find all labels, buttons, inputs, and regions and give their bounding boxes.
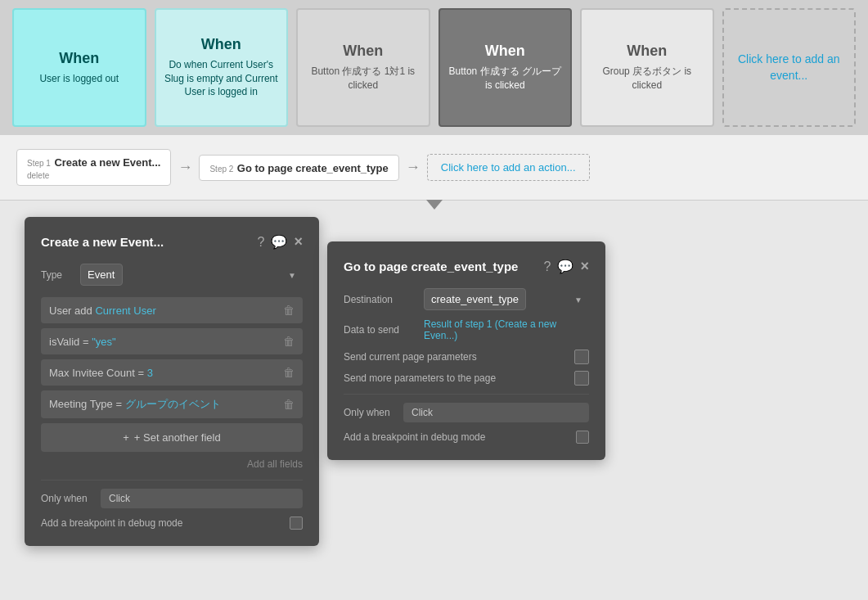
goto-page-panel: Go to page create_event_type ? 💬 × Desti… (327, 241, 605, 460)
step2-title: Go to page create_event_type (237, 162, 389, 174)
field-row-1[interactable]: isValid = "yes" 🗑 (41, 328, 303, 354)
only-when-label: Only when (41, 493, 94, 504)
send-current-page-row: Send current page parameters (344, 350, 589, 364)
event-card-4-title: When (485, 43, 525, 60)
send-current-page-toggle[interactable] (574, 350, 589, 364)
set-another-field-button[interactable]: + + Set another field (41, 423, 303, 452)
event-card-3-title: When (343, 43, 383, 60)
goto-debug-row: Add a breakpoint in debug mode (344, 431, 589, 444)
create-panel-title: Create a new Event... (41, 235, 164, 249)
goto-help-icon[interactable]: ? (544, 259, 551, 274)
send-more-params-label: Send more parameters to the page (344, 372, 496, 384)
event-card-1[interactable]: When User is logged out (12, 8, 146, 127)
event-cards-row: When User is logged out When Do when Cur… (0, 0, 868, 135)
data-to-send-value[interactable]: Result of step 1 (Create a new Even...) (424, 318, 589, 341)
goto-panel-title: Go to page create_event_type (344, 259, 518, 273)
only-when-row: Only when Click (41, 489, 303, 508)
field-row-3[interactable]: Meeting Type = グループのイベント 🗑 (41, 390, 303, 418)
debug-checkbox[interactable] (290, 517, 303, 530)
type-row: Type Event (41, 264, 303, 286)
event-card-2[interactable]: When Do when Current User's Slug is empt… (155, 8, 289, 127)
event-card-5-title: When (627, 43, 667, 60)
event-card-5-body: Group 戻るボタン is clicked (590, 65, 704, 92)
close-icon[interactable]: × (294, 233, 303, 250)
event-card-2-body: Do when Current User's Slug is empty and… (164, 58, 279, 99)
event-card-1-body: User is logged out (39, 72, 119, 86)
goto-debug-label: Add a breakpoint in debug mode (344, 431, 485, 443)
step1-title: Create a new Event... (54, 156, 160, 169)
event-card-2-title: When (201, 36, 241, 53)
create-panel-icons: ? 💬 × (258, 233, 303, 250)
create-panel-header: Create a new Event... ? 💬 × (41, 233, 303, 250)
step2-label: Step 2 (209, 165, 233, 174)
destination-row: Destination create_event_type (344, 288, 589, 310)
type-select-wrapper: Event (80, 264, 303, 286)
add-all-fields[interactable]: Add all fields (41, 458, 303, 470)
step1-delete[interactable]: delete (27, 171, 160, 180)
type-select[interactable]: Event (80, 264, 123, 286)
field-delete-2[interactable]: 🗑 (283, 366, 295, 379)
step1-label: Step 1 (27, 159, 51, 168)
goto-comment-icon[interactable]: 💬 (557, 259, 573, 274)
event-card-4-body: Button 作成する グループ is clicked (448, 65, 563, 92)
data-to-send-label: Data to send (344, 324, 417, 336)
create-event-panel: Create a new Event... ? 💬 × Type Event U… (25, 217, 319, 546)
type-label: Type (41, 269, 74, 281)
field-delete-0[interactable]: 🗑 (283, 304, 295, 317)
event-card-3[interactable]: When Button 作成する 1対1 is clicked (296, 8, 430, 127)
comment-icon[interactable]: 💬 (271, 234, 287, 250)
goto-divider (344, 394, 589, 395)
goto-panel-header: Go to page create_event_type ? 💬 × (344, 258, 589, 275)
field-row-2[interactable]: Max Invitee Count = 3 🗑 (41, 359, 303, 386)
event-card-add-label: Click here to add an event... (732, 52, 847, 83)
field-delete-1[interactable]: 🗑 (283, 335, 295, 348)
destination-select[interactable]: create_event_type (424, 288, 526, 310)
event-card-1-title: When (59, 50, 99, 67)
goto-only-when-row: Only when Click (344, 403, 589, 422)
step2-box[interactable]: Step 2 Go to page create_event_type (199, 155, 398, 181)
arrow-1: → (178, 159, 192, 176)
goto-debug-checkbox[interactable] (576, 431, 589, 444)
add-all-fields-label: Add all fields (247, 458, 303, 470)
field-delete-3[interactable]: 🗑 (283, 398, 295, 411)
destination-select-wrapper: create_event_type (424, 288, 589, 310)
goto-close-icon[interactable]: × (580, 258, 589, 275)
send-more-params-row: Send more parameters to the page (344, 371, 589, 386)
field-row-0[interactable]: User add Current User 🗑 (41, 297, 303, 323)
plus-icon: + (123, 431, 129, 444)
event-card-add[interactable]: Click here to add an event... (722, 8, 857, 127)
send-more-params-toggle[interactable] (574, 371, 589, 386)
help-icon[interactable]: ? (258, 235, 265, 250)
only-when-value[interactable]: Click (101, 489, 303, 508)
arrow-2: → (406, 159, 421, 176)
goto-panel-icons: ? 💬 × (544, 258, 589, 275)
add-action-label: Click here to add an action... (441, 161, 576, 174)
event-card-3-body: Button 作成する 1対1 is clicked (306, 65, 421, 92)
debug-row: Add a breakpoint in debug mode (41, 517, 303, 530)
goto-only-when-value[interactable]: Click (403, 403, 589, 422)
event-card-5[interactable]: When Group 戻るボタン is clicked (580, 8, 714, 127)
set-field-label: + Set another field (134, 431, 221, 444)
send-current-page-label: Send current page parameters (344, 351, 477, 363)
workflow-area: Step 1 Create a new Event... delete → St… (0, 135, 868, 201)
main-area: Create a new Event... ? 💬 × Type Event U… (0, 201, 868, 600)
debug-label: Add a breakpoint in debug mode (41, 517, 182, 529)
add-action-box[interactable]: Click here to add an action... (427, 154, 590, 181)
divider-1 (41, 480, 303, 480)
event-card-4[interactable]: When Button 作成する グループ is clicked (438, 8, 573, 127)
data-to-send-row: Data to send Result of step 1 (Create a … (344, 318, 589, 341)
destination-label: Destination (344, 294, 417, 305)
step1-box[interactable]: Step 1 Create a new Event... delete (16, 149, 171, 186)
goto-only-when-label: Only when (344, 407, 397, 418)
